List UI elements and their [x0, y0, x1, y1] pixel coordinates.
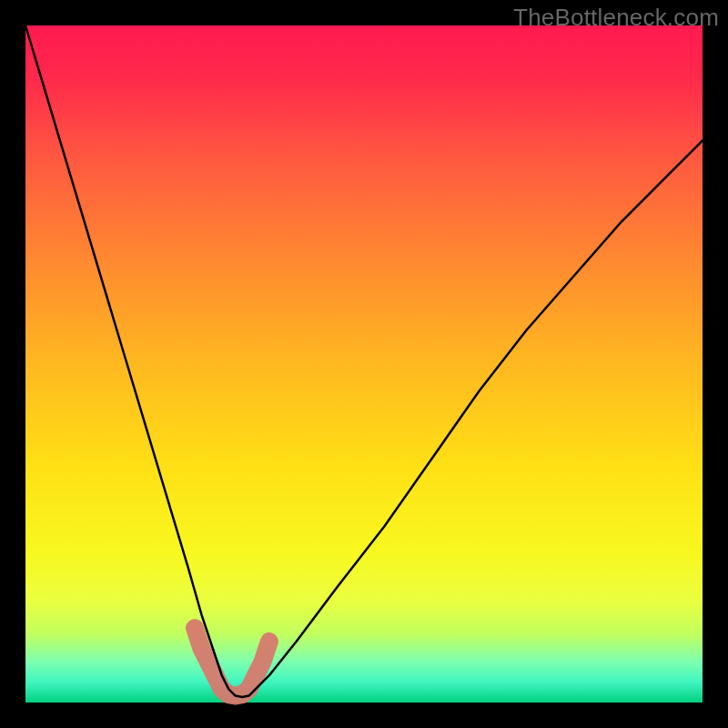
bottleneck-chart: [0, 0, 728, 728]
watermark-text: TheBottleneck.com: [513, 4, 719, 32]
chart-frame: TheBottleneck.com: [0, 0, 728, 728]
